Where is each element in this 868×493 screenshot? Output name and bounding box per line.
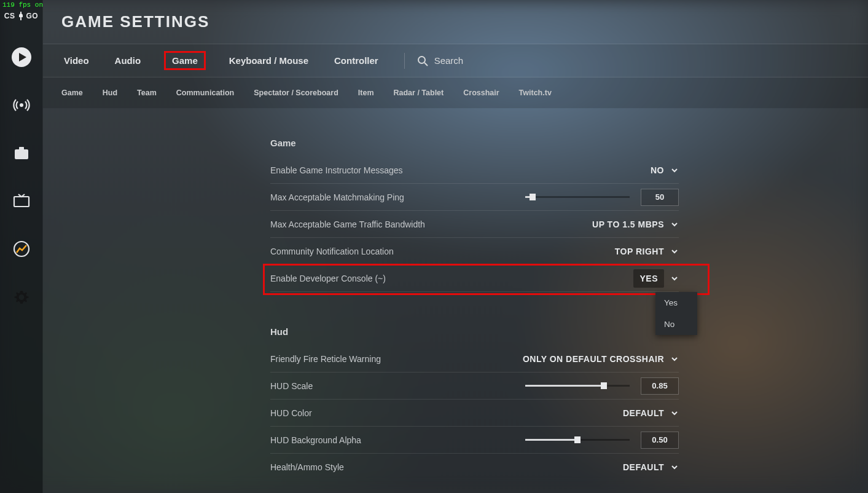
main-sidebar: CS GO	[0, 0, 43, 493]
search-label: Search	[434, 55, 464, 66]
subtab-hud[interactable]: Hud	[103, 89, 117, 97]
subtab-item[interactable]: Item	[358, 89, 374, 97]
section-gap	[270, 292, 679, 315]
section-header-hud: Hud	[270, 326, 679, 337]
broadcast-icon[interactable]	[10, 93, 33, 117]
tabs-divider	[404, 53, 405, 69]
chevron-down-icon	[670, 166, 679, 175]
dropdown-ff-reticle[interactable]: ONLY ON DEFAULT CROSSHAIR	[523, 354, 679, 364]
option-yes[interactable]: Yes	[655, 292, 697, 314]
subtab-communication[interactable]: Communication	[176, 89, 234, 97]
slider-thumb[interactable]	[574, 436, 581, 443]
svg-point-6	[418, 57, 425, 63]
row-ping: Max Acceptable Matchmaking Ping 50	[270, 184, 679, 211]
chevron-down-icon	[670, 220, 679, 229]
svg-rect-2	[15, 149, 28, 159]
settings-panel: Game Enable Game Instructor Messages NO …	[270, 108, 679, 481]
logo-left: CS	[4, 12, 15, 20]
subtab-team[interactable]: Team	[137, 89, 157, 97]
slider-thumb[interactable]	[530, 194, 536, 200]
value-ff-reticle: ONLY ON DEFAULT CROSSHAIR	[523, 354, 664, 364]
search-icon	[417, 55, 428, 66]
play-button-icon[interactable]	[10, 45, 33, 69]
svg-point-1	[20, 103, 23, 107]
label-ping: Max Acceptable Matchmaking Ping	[270, 192, 404, 202]
dropdown-popup-dev-console: Yes No	[655, 292, 697, 335]
subtab-game[interactable]: Game	[61, 89, 83, 97]
section-header-game: Game	[270, 138, 679, 148]
inventory-icon[interactable]	[10, 141, 33, 165]
dropdown-hud-color[interactable]: DEFAULT	[623, 408, 679, 418]
label-hud-alpha: HUD Background Alpha	[270, 435, 361, 445]
label-hud-color: HUD Color	[270, 408, 312, 418]
row-bandwidth: Max Acceptable Game Traffic Bandwidth UP…	[270, 211, 679, 238]
chevron-down-icon	[670, 409, 679, 417]
page-title: GAME SETTINGS	[61, 12, 209, 31]
row-hud-scale: HUD Scale 0.85	[270, 373, 679, 400]
row-dev-console: Enable Developer Console (~) YES Yes No	[270, 265, 679, 292]
slider-wrap-hud-scale: 0.85	[525, 377, 679, 395]
chevron-down-icon	[670, 247, 679, 256]
tab-controller[interactable]: Controller	[332, 52, 381, 69]
dropdown-health-style[interactable]: DEFAULT	[623, 462, 679, 472]
soldier-icon	[17, 11, 25, 21]
row-instructor: Enable Game Instructor Messages NO	[270, 157, 679, 184]
slider-fill	[525, 385, 604, 387]
subtab-crosshair[interactable]: Crosshair	[463, 89, 499, 97]
label-health-style: Health/Ammo Style	[270, 462, 344, 472]
tab-keyboard-mouse[interactable]: Keyboard / Mouse	[227, 52, 311, 69]
row-hud-color: HUD Color DEFAULT	[270, 400, 679, 427]
subtab-twitch[interactable]: Twitch.tv	[519, 89, 552, 97]
option-no[interactable]: No	[655, 314, 697, 335]
slider-wrap-hud-alpha: 0.50	[525, 432, 679, 449]
tab-audio[interactable]: Audio	[112, 52, 144, 69]
dropdown-dev-console[interactable]: YES	[633, 269, 679, 288]
subtab-radar[interactable]: Radar / Tablet	[394, 89, 444, 97]
value-bandwidth: UP TO 1.5 MBPS	[592, 219, 664, 229]
label-dev-console: Enable Developer Console (~)	[270, 274, 386, 283]
row-health-style: Health/Ammo Style DEFAULT	[270, 454, 679, 481]
value-box-hud-alpha[interactable]: 0.50	[641, 432, 679, 449]
label-ff-reticle: Friendly Fire Reticle Warning	[270, 354, 381, 364]
row-notif-loc: Community Notification Location TOP RIGH…	[270, 238, 679, 265]
slider-ping[interactable]	[525, 196, 630, 198]
chevron-down-icon	[670, 274, 679, 283]
content-area: GAME SETTINGS Video Audio Game Keyboard …	[43, 0, 868, 493]
slider-thumb[interactable]	[601, 382, 607, 389]
csgo-logo: CS GO	[4, 11, 38, 21]
search-control[interactable]: Search	[417, 55, 464, 66]
label-instructor: Enable Game Instructor Messages	[270, 165, 403, 175]
subtab-spectator[interactable]: Spectator / Scoreboard	[254, 89, 338, 97]
tab-game[interactable]: Game	[164, 51, 206, 70]
dropdown-notif-loc[interactable]: TOP RIGHT	[615, 246, 679, 256]
slider-fill	[525, 439, 577, 441]
watch-tv-icon[interactable]	[10, 189, 33, 213]
svg-rect-3	[19, 147, 24, 150]
tab-video[interactable]: Video	[61, 52, 92, 69]
chevron-down-icon	[670, 463, 679, 471]
dropdown-bandwidth[interactable]: UP TO 1.5 MBPS	[592, 219, 679, 229]
row-ff-reticle: Friendly Fire Reticle Warning ONLY ON DE…	[270, 345, 679, 373]
value-box-hud-scale[interactable]: 0.85	[641, 377, 679, 395]
value-dev-console: YES	[633, 269, 664, 288]
settings-gear-icon[interactable]	[10, 285, 33, 309]
slider-hud-alpha[interactable]	[525, 439, 630, 441]
label-bandwidth: Max Acceptable Game Traffic Bandwidth	[270, 219, 425, 229]
value-box-ping[interactable]: 50	[641, 189, 679, 206]
value-health-style: DEFAULT	[623, 462, 664, 472]
value-notif-loc: TOP RIGHT	[615, 246, 664, 256]
svg-rect-4	[14, 197, 29, 207]
row-hud-alpha: HUD Background Alpha 0.50	[270, 427, 679, 454]
value-instructor: NO	[651, 165, 664, 175]
label-notif-loc: Community Notification Location	[270, 246, 394, 256]
label-hud-scale: HUD Scale	[270, 381, 313, 391]
stats-icon[interactable]	[10, 237, 33, 261]
dropdown-instructor[interactable]: NO	[651, 165, 679, 175]
slider-wrap-ping: 50	[525, 189, 679, 206]
title-bar: GAME SETTINGS	[43, 0, 868, 44]
fps-overlay: 119 fps on	[0, 0, 45, 10]
value-hud-color: DEFAULT	[623, 408, 664, 418]
slider-hud-scale[interactable]	[525, 385, 630, 387]
chevron-down-icon	[670, 355, 679, 363]
primary-tabs: Video Audio Game Keyboard / Mouse Contro…	[43, 44, 868, 77]
